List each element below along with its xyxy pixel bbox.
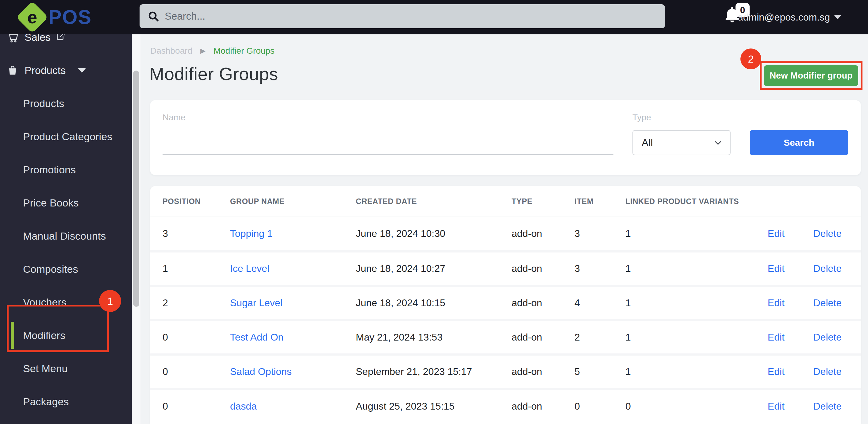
delete-link[interactable]: Delete [813, 401, 842, 412]
cell-linked: 1 [625, 285, 747, 320]
new-modifier-group-button[interactable]: New Modifier group [764, 65, 858, 86]
annotation-box-step2: New Modifier group [760, 61, 863, 90]
cell-type: add-on [512, 320, 575, 354]
cell-linked: 0 [625, 389, 747, 423]
group-name-link[interactable]: Sugar Level [230, 297, 282, 308]
sidebar-item-price-books[interactable]: Price Books [0, 186, 132, 219]
epos-logo: e POS [19, 3, 92, 31]
cell-actions-delete: Delete [793, 389, 861, 423]
sidebar-item-manual-discounts[interactable]: Manual Discounts [0, 219, 132, 252]
sidebar: SalesProductsProductsProduct CategoriesP… [0, 34, 132, 424]
delete-link[interactable]: Delete [813, 228, 842, 239]
search-input[interactable] [165, 10, 657, 22]
cell-actions-delete: Delete [793, 285, 861, 320]
delete-link[interactable]: Delete [813, 297, 842, 308]
logo-text: POS [49, 6, 92, 29]
chevron-down-icon [834, 16, 841, 19]
sidebar-item-label: Products [23, 97, 64, 110]
edit-link[interactable]: Edit [768, 366, 784, 377]
table-body: 3Topping 1June 18, 2024 10:30add-on31Edi… [150, 217, 861, 423]
delete-link[interactable]: Delete [813, 332, 842, 343]
sidebar-item-product-categories[interactable]: Product Categories [0, 120, 132, 153]
cell-group_name: Test Add On [230, 320, 356, 354]
name-filter-input[interactable] [162, 125, 613, 155]
logo-e-glyph: e [27, 8, 37, 26]
cell-position: 1 [150, 251, 230, 285]
sidebar-item-sales[interactable]: Sales [0, 34, 132, 54]
delete-link[interactable]: Delete [813, 366, 842, 377]
cell-position: 0 [150, 389, 230, 423]
cell-linked: 1 [625, 354, 747, 389]
cell-type: add-on [512, 217, 575, 251]
edit-link[interactable]: Edit [768, 228, 784, 239]
group-name-link[interactable]: Topping 1 [230, 228, 273, 239]
cell-type: add-on [512, 354, 575, 389]
table-row: 1Ice LevelJune 18, 2024 10:27add-on31Edi… [150, 251, 861, 285]
table-header-row: POSITIONGROUP NAMECREATED DATETYPEITEMLI… [150, 186, 861, 217]
cell-actions-delete: Delete [793, 320, 861, 354]
sidebar-item-label: Price Books [23, 197, 79, 209]
sidebar-item-label: Sales [25, 34, 51, 43]
column-header: POSITION [150, 186, 230, 217]
column-header: CREATED DATE [356, 186, 512, 217]
filter-panel: Name Type All Search [150, 100, 861, 175]
logo-diamond-icon: e [16, 1, 49, 33]
name-filter-label: Name [162, 113, 186, 122]
cell-created_date: June 18, 2024 10:30 [356, 217, 512, 251]
sidebar-item-promotions[interactable]: Promotions [0, 153, 132, 186]
main-content: Dashboard ▶ Modifier Groups Modifier Gro… [141, 34, 868, 424]
cell-position: 2 [150, 285, 230, 320]
edit-link[interactable]: Edit [768, 263, 784, 274]
sidebar-item-label: Manual Discounts [23, 230, 106, 242]
sidebar-scrollbar[interactable] [132, 34, 141, 424]
edit-link[interactable]: Edit [768, 297, 784, 308]
type-filter-label: Type [632, 113, 651, 122]
sidebar-scrollbar-thumb[interactable] [133, 70, 139, 307]
cell-actions-edit: Edit [747, 320, 793, 354]
sidebar-item-label: Product Categories [23, 131, 112, 143]
breadcrumb-separator-icon: ▶ [200, 47, 206, 55]
cell-type: add-on [512, 389, 575, 423]
cell-group_name: dasda [230, 389, 356, 423]
cell-item: 3 [575, 217, 625, 251]
breadcrumb-dashboard-link[interactable]: Dashboard [150, 46, 192, 56]
cell-actions-edit: Edit [747, 354, 793, 389]
sidebar-item-set-menu[interactable]: Set Menu [0, 352, 132, 385]
sidebar-item-products[interactable]: Products [0, 54, 132, 87]
cell-group_name: Ice Level [230, 251, 356, 285]
cell-created_date: August 25, 2023 15:15 [356, 389, 512, 423]
delete-link[interactable]: Delete [813, 263, 842, 274]
cell-type: add-on [512, 251, 575, 285]
group-name-link[interactable]: Ice Level [230, 263, 269, 274]
cell-item: 2 [575, 320, 625, 354]
sidebar-item-label: Packages [23, 396, 69, 408]
cell-linked: 1 [625, 251, 747, 285]
group-name-link[interactable]: Test Add On [230, 332, 283, 343]
column-header-actions [793, 186, 861, 217]
app-window: e POS 0 admin@epos.com.sg SalesProductsP… [0, 0, 868, 424]
cell-actions-delete: Delete [793, 354, 861, 389]
cell-item: 5 [575, 354, 625, 389]
table-row: 3Topping 1June 18, 2024 10:30add-on31Edi… [150, 217, 861, 251]
edit-link[interactable]: Edit [768, 401, 784, 412]
search-filter-button[interactable]: Search [750, 130, 848, 155]
edit-link[interactable]: Edit [768, 332, 784, 343]
sidebar-item-composites[interactable]: Composites [0, 252, 132, 285]
group-name-link[interactable]: Salad Options [230, 366, 292, 377]
sidebar-item-label: Products [25, 64, 66, 77]
sidebar-item-packages[interactable]: Packages [0, 385, 132, 418]
column-header: ITEM [575, 186, 625, 217]
user-email: admin@epos.com.sg [738, 12, 830, 23]
annotation-badge-step2: 2 [740, 49, 761, 69]
breadcrumb: Dashboard ▶ Modifier Groups [150, 46, 275, 56]
cell-position: 0 [150, 320, 230, 354]
sidebar-item-label: Set Menu [23, 363, 68, 374]
cell-item: 3 [575, 251, 625, 285]
sidebar-item-products[interactable]: Products [0, 87, 132, 120]
type-filter-select[interactable]: All [632, 130, 731, 155]
cell-actions-delete: Delete [793, 251, 861, 285]
cell-created_date: September 21, 2023 15:17 [356, 354, 512, 389]
user-menu[interactable]: admin@epos.com.sg [738, 0, 841, 34]
annotation-box-step1 [7, 305, 109, 352]
group-name-link[interactable]: dasda [230, 401, 257, 412]
